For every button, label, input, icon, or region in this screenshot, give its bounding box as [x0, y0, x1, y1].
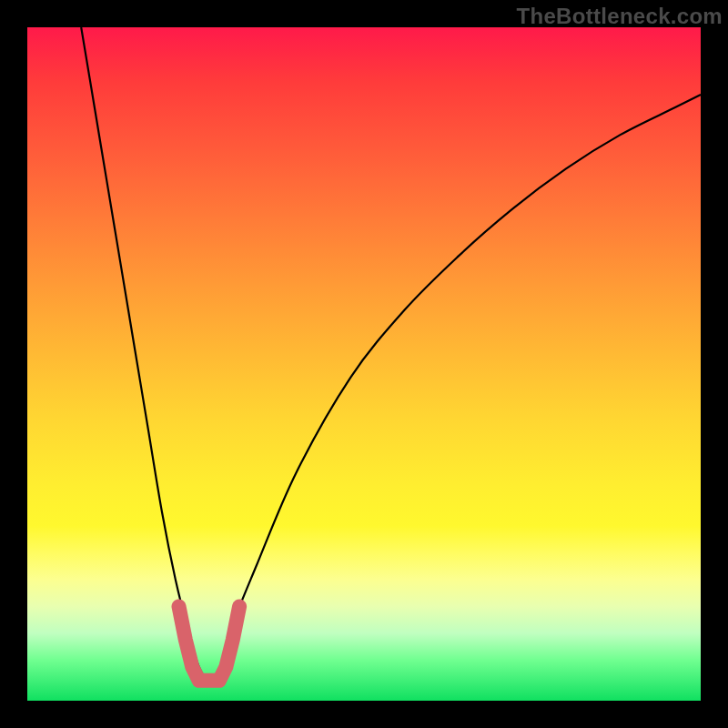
chart-svg: [27, 27, 701, 701]
attribution-label: TheBottleneck.com: [517, 4, 723, 29]
optimal-range-marker: [179, 606, 240, 680]
bottleneck-curve: [81, 27, 701, 681]
